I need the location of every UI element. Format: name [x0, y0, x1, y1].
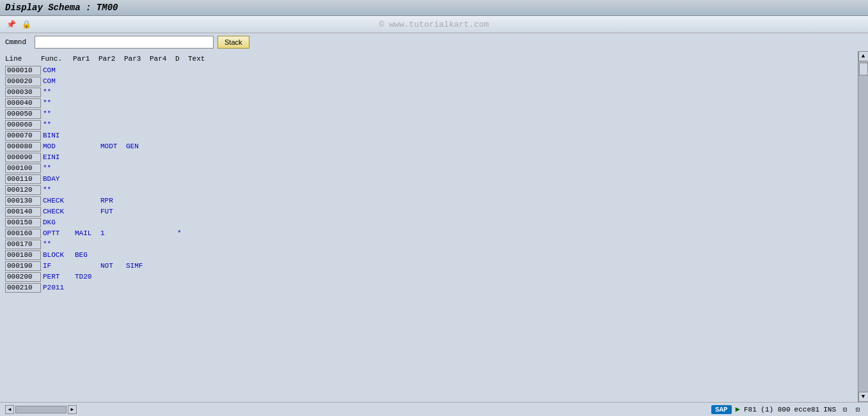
- cell-par1: [73, 240, 99, 249]
- table-row[interactable]: 000040**: [5, 98, 853, 108]
- cell-par1: [73, 66, 99, 75]
- table-row[interactable]: 000150DKG: [5, 217, 853, 227]
- table-row[interactable]: 000060**: [5, 119, 853, 130]
- cell-text: [188, 240, 192, 249]
- toolbar: 📌 🔒 © www.tutorialkart.com: [0, 16, 868, 33]
- cell-par2: FUT: [99, 207, 124, 217]
- cell-func: **: [41, 88, 73, 97]
- table-row[interactable]: 000010COM: [5, 65, 853, 75]
- cell-par2: [99, 283, 124, 293]
- table-row[interactable]: 000200PERTTD20: [5, 272, 853, 282]
- table-row[interactable]: 000080MODMODTGEN: [5, 141, 853, 151]
- cell-func: OPTT: [41, 229, 73, 238]
- cell-func: BDAY: [41, 174, 73, 184]
- cell-par1: [73, 88, 99, 97]
- table-row[interactable]: 000210P2011: [5, 282, 853, 293]
- cell-func: DKG: [41, 218, 73, 227]
- stack-button[interactable]: Stack: [217, 36, 249, 49]
- cell-func: P2011: [41, 283, 73, 293]
- cell-text: [188, 66, 192, 75]
- cell-par2: [99, 153, 124, 162]
- watermark: © www.tutorialkart.com: [379, 20, 489, 29]
- horizontal-scrollbar[interactable]: ◀ ▶: [5, 405, 77, 414]
- cell-d: [175, 153, 188, 162]
- cell-line: 000030: [5, 88, 41, 97]
- cell-par1: [73, 142, 99, 151]
- table-row[interactable]: 000130CHECKRPR: [5, 196, 853, 206]
- cell-d: [175, 240, 188, 249]
- scroll-up-button[interactable]: ▲: [858, 51, 869, 61]
- table-row[interactable]: 000190IFNOTSIMF: [5, 261, 853, 271]
- vertical-scrollbar[interactable]: ▲ ▼: [858, 51, 868, 402]
- cell-d: [175, 196, 188, 206]
- hscroll-left-button[interactable]: ◀: [5, 405, 14, 414]
- cell-line: 000010: [5, 66, 41, 75]
- cell-par4: [150, 164, 175, 173]
- scroll-thumb[interactable]: [859, 63, 868, 75]
- table-row[interactable]: 000050**: [5, 109, 853, 119]
- command-input[interactable]: [35, 36, 214, 49]
- lock-icon[interactable]: 🔒: [20, 19, 32, 30]
- scroll-down-button[interactable]: ▼: [858, 392, 869, 402]
- cell-par1: [73, 261, 99, 271]
- cell-par4: [150, 218, 175, 227]
- table-row[interactable]: 000160OPTTMAIL1*: [5, 228, 853, 238]
- cell-line: 000090: [5, 153, 41, 162]
- command-bar: Cmmnd Stack: [0, 33, 868, 51]
- cell-line: 000110: [5, 174, 41, 184]
- cell-line: 000060: [5, 120, 41, 130]
- cell-par1: [73, 120, 99, 130]
- cell-par1: BEG: [73, 250, 99, 260]
- cell-d: [175, 109, 188, 119]
- table-row[interactable]: 000020COM: [5, 76, 853, 86]
- table-row[interactable]: 000120**: [5, 185, 853, 195]
- hscroll-right-button[interactable]: ▶: [68, 405, 77, 414]
- cell-line: 000070: [5, 131, 41, 141]
- cell-par2: [99, 109, 124, 119]
- cell-line: 000200: [5, 272, 41, 282]
- cell-par3: [124, 164, 150, 173]
- scroll-track[interactable]: [858, 61, 869, 392]
- status-icon-2[interactable]: ⊡: [853, 404, 863, 415]
- cell-par2: [99, 164, 124, 173]
- table-row[interactable]: 000090EINI: [5, 152, 853, 162]
- cell-func: COM: [41, 77, 73, 86]
- table-row[interactable]: 000100**: [5, 163, 853, 173]
- cell-par4: [150, 66, 175, 75]
- cell-par3: [124, 131, 150, 141]
- cell-func: BLOCK: [41, 250, 73, 260]
- cell-text: [188, 142, 192, 151]
- table-row[interactable]: 000170**: [5, 239, 853, 249]
- status-icon-1[interactable]: ⊡: [840, 404, 850, 415]
- table-row[interactable]: 000070BINI: [5, 130, 853, 141]
- cell-line: 000160: [5, 229, 41, 238]
- cell-line: 000150: [5, 218, 41, 227]
- cell-par4: [150, 120, 175, 130]
- status-icons: ⊡ ⊡: [840, 404, 863, 415]
- cell-text: [188, 98, 192, 108]
- cell-d: [175, 261, 188, 271]
- cell-line: 000130: [5, 196, 41, 206]
- cell-par2: [99, 98, 124, 108]
- cell-par3: [124, 153, 150, 162]
- cell-par2: 1: [99, 229, 124, 238]
- cell-par3: [124, 98, 150, 108]
- table-row[interactable]: 000180BLOCKBEG: [5, 250, 853, 260]
- cell-par4: [150, 229, 175, 238]
- cell-par3: [124, 120, 150, 130]
- hscroll-track[interactable]: [15, 406, 67, 413]
- header-par3: Par3: [124, 55, 150, 63]
- table-row[interactable]: 000140CHECKFUT: [5, 206, 853, 217]
- cell-par3: [124, 174, 150, 184]
- cell-par4: [150, 174, 175, 184]
- cell-par2: [99, 174, 124, 184]
- cell-par2: [99, 66, 124, 75]
- pin-icon[interactable]: 📌: [5, 19, 17, 30]
- cell-par4: [150, 142, 175, 151]
- cell-text: [188, 109, 192, 119]
- cell-par4: [150, 283, 175, 293]
- table-row[interactable]: 000110BDAY: [5, 174, 853, 184]
- cell-text: [188, 196, 192, 206]
- cell-par4: [150, 77, 175, 86]
- table-row[interactable]: 000030**: [5, 87, 853, 97]
